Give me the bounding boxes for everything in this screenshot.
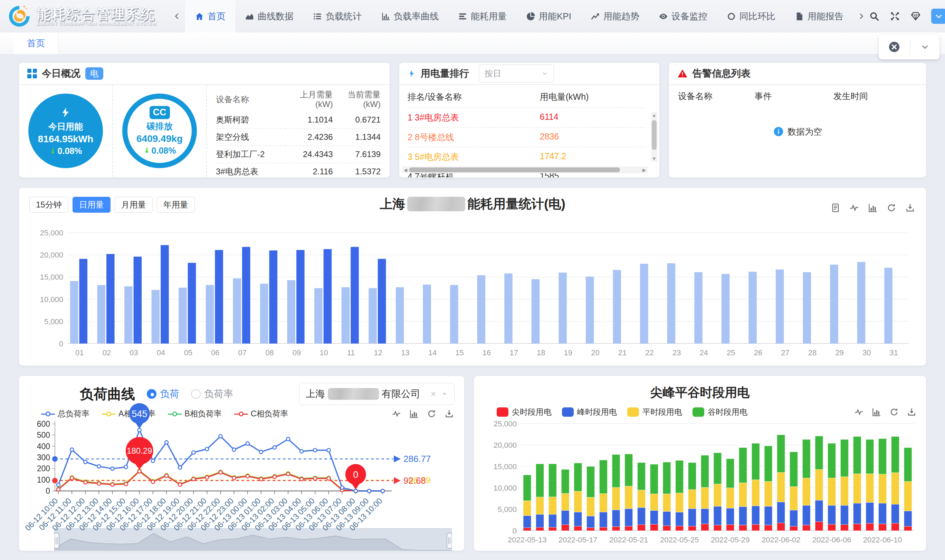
nav-item-负载率曲线[interactable]: 负载率曲线	[371, 0, 448, 32]
svg-text:20,000: 20,000	[494, 441, 517, 449]
svg-text:09: 09	[292, 348, 301, 357]
ranking-vertical-scrollbar[interactable]: ▲▼	[651, 112, 657, 162]
refresh-icon[interactable]	[890, 408, 899, 417]
ranking-horizontal-scrollbar[interactable]: ◀▶	[402, 166, 648, 173]
radio-负荷率[interactable]: 负荷率	[191, 388, 233, 400]
ranking-row[interactable]: 2 8号楼总线2836	[408, 128, 646, 148]
ranking-period-select[interactable]: 按日	[479, 65, 554, 83]
nav-item-用能KPI[interactable]: 用能KPI	[516, 0, 581, 32]
line-chart-icon[interactable]	[392, 409, 401, 418]
demand-col-current: 当前需量 (kW)	[333, 88, 381, 112]
tab-home[interactable]: 首页	[14, 32, 58, 54]
nav-item-曲线数据[interactable]: 曲线数据	[235, 0, 303, 32]
line-chart-icon[interactable]	[849, 203, 859, 213]
message-icon[interactable]	[931, 9, 945, 24]
nav-scroll-right-icon[interactable]	[853, 11, 869, 22]
table-row: 奥斯柯碧1.10140.6721	[216, 112, 381, 128]
nav-item-同比环比[interactable]: 同比环比	[717, 0, 785, 32]
today-panel-title: 今日概况	[42, 67, 80, 80]
svg-text:2022-05-29: 2022-05-29	[711, 535, 750, 544]
ranking-bolt-icon	[408, 68, 416, 79]
ranking-col-name: 排名/设备名称	[408, 91, 540, 103]
legend-item-平时段用电[interactable]: 平时段用电	[627, 407, 682, 417]
list-icon	[313, 12, 322, 21]
nav-item-label: 负载率曲线	[394, 10, 439, 22]
panel-usage-ranking: 用电量排行 按日 排名/设备名称 用电量(kWh) 1 3#电房总表61142 …	[399, 63, 659, 177]
tab-menu-chevron-icon[interactable]	[920, 42, 930, 52]
search-icon[interactable]	[869, 11, 879, 22]
svg-text:27: 27	[781, 348, 789, 357]
load-curve-datazoom-slider[interactable]	[54, 528, 452, 551]
doc-icon	[795, 12, 804, 21]
svg-text:17: 17	[509, 348, 518, 357]
close-tab-icon[interactable]	[888, 41, 900, 53]
legend-item-谷时段用电[interactable]: 谷时段用电	[693, 407, 748, 417]
bar-chart-icon[interactable]	[872, 408, 881, 417]
panel-peak-valley: 尖峰平谷时段用电 尖时段用电峰时段用电平时段用电谷时段用电 05,00010,0…	[474, 376, 926, 551]
carbon-value: 6409.49kg	[137, 133, 183, 144]
svg-text:01: 01	[75, 348, 83, 357]
legend-item-C相负荷率[interactable]: C相负荷率	[234, 408, 288, 419]
nav-item-设备监控[interactable]: 设备监控	[649, 0, 717, 32]
svg-text:14: 14	[428, 348, 437, 357]
today-energy-value: 8164.95kWh	[38, 134, 93, 145]
tab-home-label: 首页	[27, 37, 45, 49]
nav-item-用能趋势[interactable]: 用能趋势	[581, 0, 649, 32]
refresh-icon[interactable]	[427, 409, 436, 418]
bar-chart-icon[interactable]	[409, 409, 419, 418]
range-button-15分钟[interactable]: 15分钟	[29, 197, 68, 213]
pie-icon	[526, 12, 536, 21]
hlines-icon	[458, 12, 467, 21]
top-navbar: 能耗综合管理系统 ENERGY CONSUMPTION MANAGEMENT S…	[0, 0, 945, 32]
download-icon[interactable]	[907, 408, 916, 417]
svg-text:100: 100	[37, 475, 50, 485]
ranking-row[interactable]: 1 3#电房总表6114	[408, 108, 646, 128]
down-arrow-icon	[49, 147, 56, 156]
carbon-label: 碳排放	[147, 120, 173, 132]
legend-item-总负荷率[interactable]: 总负荷率	[41, 408, 89, 419]
svg-text:2022-06-10: 2022-06-10	[863, 535, 902, 544]
ranking-table: 排名/设备名称 用电量(kWh) 1 3#电房总表61142 8号楼总线2836…	[399, 85, 659, 177]
svg-text:0: 0	[59, 339, 63, 348]
legend-item-峰时段用电[interactable]: 峰时段用电	[562, 407, 617, 417]
svg-text:31: 31	[890, 348, 898, 357]
nav-item-首页[interactable]: 首页	[185, 0, 235, 32]
theme-gem-icon[interactable]	[910, 11, 921, 22]
ranking-row[interactable]: 3 5#电房总表1747.2	[408, 148, 646, 167]
clear-icon[interactable]	[430, 391, 437, 397]
svg-text:20,000: 20,000	[40, 251, 63, 259]
nav-item-用能报告[interactable]: 用能报告	[785, 0, 853, 32]
data-view-icon[interactable]	[831, 203, 840, 213]
bar-chart-icon[interactable]	[868, 203, 878, 213]
download-icon[interactable]	[905, 203, 915, 213]
nav-utilities: 你好 上海	[869, 9, 945, 24]
svg-text:2022-05-21: 2022-05-21	[609, 535, 648, 544]
trend-icon	[591, 12, 600, 21]
svg-text:11: 11	[347, 348, 355, 357]
download-icon[interactable]	[445, 409, 454, 418]
legend-item-尖时段用电[interactable]: 尖时段用电	[497, 407, 552, 417]
svg-text:25,000: 25,000	[40, 229, 63, 237]
company-select[interactable]: 上海 有限公司	[299, 383, 454, 405]
usage-range-buttons: 15分钟日用量月用量年用量	[29, 197, 195, 213]
fullscreen-icon[interactable]	[890, 11, 900, 22]
radio-负荷[interactable]: 负荷	[147, 388, 179, 400]
range-button-年用量[interactable]: 年用量	[157, 197, 195, 213]
nav-scroll-left-icon[interactable]	[169, 11, 185, 22]
legend-item-B相负荷率[interactable]: B相负荷率	[168, 408, 222, 419]
svg-text:200: 200	[37, 464, 50, 473]
radio-dot	[147, 389, 157, 399]
nav-item-负载统计[interactable]: 负载统计	[303, 0, 371, 32]
caret-down-icon[interactable]	[441, 391, 448, 397]
refresh-icon[interactable]	[887, 203, 896, 213]
range-button-日用量[interactable]: 日用量	[72, 197, 111, 213]
line-chart-icon[interactable]	[854, 408, 863, 417]
svg-text:02: 02	[103, 348, 111, 357]
svg-text:03: 03	[129, 348, 138, 357]
usage-title-suffix: 能耗用量统计(电)	[467, 195, 565, 213]
brand-subtitle: ENERGY CONSUMPTION MANAGEMENT SYSTEM	[37, 21, 157, 26]
electric-badge[interactable]: 电	[85, 67, 103, 80]
range-button-月用量[interactable]: 月用量	[115, 197, 153, 213]
svg-text:10: 10	[320, 348, 328, 357]
nav-item-能耗用量[interactable]: 能耗用量	[448, 0, 516, 32]
